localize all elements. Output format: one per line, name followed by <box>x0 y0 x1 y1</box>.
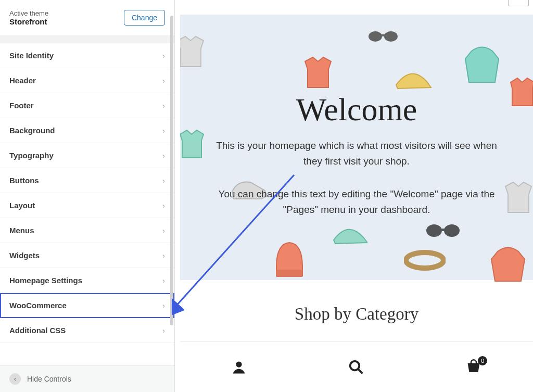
menu-item-header[interactable]: Header › <box>0 68 174 93</box>
site-preview: Welcome This is your homepage which is w… <box>180 0 533 392</box>
chevron-right-icon: › <box>162 101 165 110</box>
chevron-right-icon: › <box>162 76 165 85</box>
hoodie-icon <box>487 244 529 285</box>
svg-rect-2 <box>381 34 385 36</box>
mobile-bottom-nav: 0 <box>180 342 533 392</box>
cart-icon[interactable]: 0 <box>465 359 482 375</box>
chevron-right-icon: › <box>162 301 165 310</box>
svg-point-8 <box>236 361 242 367</box>
chevron-right-icon: › <box>162 326 165 335</box>
scrollbar-thumb[interactable] <box>170 16 173 325</box>
menu-item-label: Layout <box>9 201 35 210</box>
menu-item-label: Widgets <box>9 251 40 260</box>
menu-item-background[interactable]: Background › <box>0 118 174 143</box>
tshirt-icon <box>180 35 206 72</box>
menu-item-label: Homepage Settings <box>9 276 82 285</box>
chevron-right-icon: › <box>162 276 165 285</box>
hide-controls-button[interactable]: ‹ Hide Controls <box>0 365 174 392</box>
cart-badge: 0 <box>478 356 487 365</box>
account-icon[interactable] <box>231 359 247 375</box>
belt-icon <box>404 249 446 272</box>
menu-item-label: Additional CSS <box>9 326 66 335</box>
sidebar-spacer <box>0 36 174 43</box>
cap-icon <box>331 223 367 250</box>
change-theme-button[interactable]: Change <box>124 10 165 26</box>
menu-item-label: WooCommerce <box>9 301 67 310</box>
customizer-menu: Site Identity › Header › Footer › Backgr… <box>0 43 174 365</box>
menu-item-label: Buttons <box>9 176 39 185</box>
sunglasses-icon <box>425 222 461 239</box>
hero-paragraph-1: This is your homepage which is what most… <box>180 138 533 170</box>
chevron-right-icon: › <box>162 176 165 185</box>
menu-item-buttons[interactable]: Buttons › <box>0 168 174 193</box>
beanie-icon <box>271 238 308 280</box>
menu-item-layout[interactable]: Layout › <box>0 193 174 218</box>
active-theme-header: Active theme Storefront Change <box>0 0 174 36</box>
chevron-right-icon: › <box>162 226 165 235</box>
hero-paragraph-2: You can change this text by editing the … <box>180 186 533 218</box>
section-title: Shop by Category <box>180 305 533 324</box>
menu-item-label: Background <box>9 126 55 135</box>
menu-item-footer[interactable]: Footer › <box>0 93 174 118</box>
chevron-right-icon: › <box>162 201 165 210</box>
svg-point-9 <box>350 361 360 371</box>
chevron-right-icon: › <box>162 51 165 60</box>
active-theme-label: Active theme <box>9 9 48 17</box>
svg-point-4 <box>426 224 442 237</box>
svg-line-10 <box>358 369 363 374</box>
chevron-right-icon: › <box>162 151 165 160</box>
menu-item-label: Menus <box>9 226 34 235</box>
search-icon[interactable] <box>348 359 364 375</box>
svg-point-5 <box>444 224 460 237</box>
svg-point-0 <box>369 31 382 42</box>
svg-point-1 <box>384 31 398 42</box>
menu-item-label: Site Identity <box>9 51 54 60</box>
menu-item-homepage-settings[interactable]: Homepage Settings › <box>0 268 174 293</box>
svg-rect-6 <box>440 229 446 231</box>
preview-top-corner-box <box>508 0 529 6</box>
menu-item-woocommerce[interactable]: WooCommerce › <box>0 293 174 318</box>
customizer-sidebar: Active theme Storefront Change Site Iden… <box>0 0 175 392</box>
hide-controls-label: Hide Controls <box>27 375 71 383</box>
svg-rect-3 <box>276 270 302 277</box>
menu-item-label: Typography <box>9 151 54 160</box>
menu-item-menus[interactable]: Menus › <box>0 218 174 243</box>
hero-title: Welcome <box>180 91 533 128</box>
menu-item-label: Footer <box>9 101 34 110</box>
hoodie-icon <box>461 43 503 87</box>
svg-point-7 <box>406 252 443 268</box>
menu-item-typography[interactable]: Typography › <box>0 143 174 168</box>
menu-item-site-identity[interactable]: Site Identity › <box>0 43 174 68</box>
menu-item-widgets[interactable]: Widgets › <box>0 243 174 268</box>
chevron-right-icon: › <box>162 251 165 260</box>
sunglasses-icon <box>367 29 399 44</box>
menu-item-label: Header <box>9 76 36 85</box>
menu-item-additional-css[interactable]: Additional CSS › <box>0 318 174 343</box>
tshirt-icon <box>300 56 336 93</box>
active-theme-name: Storefront <box>9 17 48 26</box>
chevron-right-icon: › <box>162 126 165 135</box>
chevron-left-icon: ‹ <box>9 373 21 385</box>
